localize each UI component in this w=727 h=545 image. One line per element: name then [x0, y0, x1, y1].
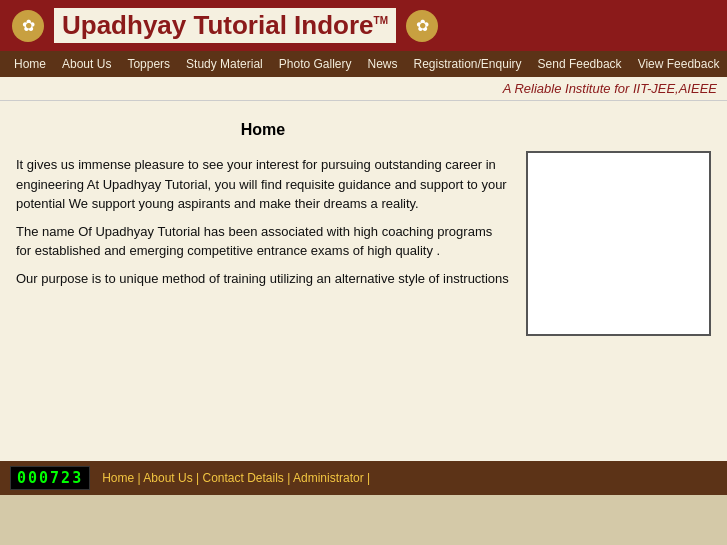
footer-link-contact[interactable]: Contact Details [203, 471, 284, 485]
logo-icon-right: ✿ [406, 10, 438, 42]
logo-icon-left: ✿ [12, 10, 44, 42]
image-box [526, 151, 711, 336]
site-title: Upadhyay Tutorial IndoreTM [54, 8, 396, 43]
footer-links: Home | About Us | Contact Details | Admi… [102, 471, 370, 485]
logo-right-glyph: ✿ [416, 16, 429, 35]
footer-sep-4: | [367, 471, 370, 485]
nav-study-material[interactable]: Study Material [178, 51, 271, 77]
nav-view-feedback[interactable]: View Feedback [630, 51, 727, 77]
logo-left-glyph: ✿ [22, 16, 35, 35]
nav-send-feedback[interactable]: Send Feedback [530, 51, 630, 77]
site-header: ✿ Upadhyay Tutorial IndoreTM ✿ [0, 0, 727, 51]
home-text: It gives us immense pleasure to see your… [16, 155, 510, 288]
trademark: TM [374, 15, 388, 26]
site-title-text: Upadhyay Tutorial Indore [62, 10, 374, 40]
navigation-bar: Home About Us Toppers Study Material Pho… [0, 51, 727, 77]
tagline-bar: A Reliable Institute for IIT-JEE,AIEEE [0, 77, 727, 101]
footer-link-about[interactable]: About Us [143, 471, 192, 485]
visitor-counter: 000723 [10, 466, 90, 490]
footer-link-admin[interactable]: Administrator [293, 471, 364, 485]
paragraph-3: Our purpose is to unique method of train… [16, 269, 510, 289]
footer-link-home[interactable]: Home [102, 471, 134, 485]
tagline-text: A Reliable Institute for IIT-JEE,AIEEE [503, 81, 717, 96]
nav-about[interactable]: About Us [54, 51, 119, 77]
nav-registration[interactable]: Registration/Enquiry [406, 51, 530, 77]
nav-toppers[interactable]: Toppers [119, 51, 178, 77]
page-title: Home [16, 121, 510, 139]
nav-photo-gallery[interactable]: Photo Gallery [271, 51, 360, 77]
paragraph-1: It gives us immense pleasure to see your… [16, 155, 510, 214]
content-left: Home It gives us immense pleasure to see… [16, 121, 510, 451]
main-content-area: Home It gives us immense pleasure to see… [0, 101, 727, 461]
site-footer: 000723 Home | About Us | Contact Details… [0, 461, 727, 495]
nav-news[interactable]: News [359, 51, 405, 77]
content-right [526, 121, 711, 451]
nav-home[interactable]: Home [6, 51, 54, 77]
paragraph-2: The name Of Upadhyay Tutorial has been a… [16, 222, 510, 261]
